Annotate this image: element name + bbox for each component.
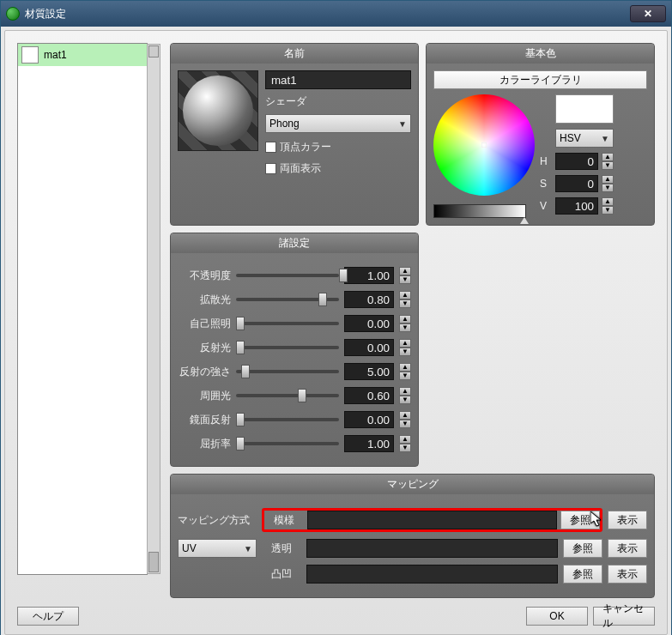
base-color-header: 基本色 <box>427 44 654 64</box>
slider-track[interactable] <box>236 418 339 421</box>
alpha-label: 透明 <box>262 541 301 556</box>
scroll-up-button[interactable] <box>148 45 159 57</box>
slider-knob[interactable] <box>236 437 245 451</box>
slider-track[interactable] <box>236 274 339 277</box>
mapping-method-label: マッピング方式 <box>178 513 257 528</box>
slider-track[interactable] <box>236 442 339 445</box>
slider-row: 鏡面反射▲▼ <box>178 411 411 428</box>
slider-value-input[interactable] <box>344 267 394 284</box>
slider-value-input[interactable] <box>344 291 394 308</box>
checkbox-icon <box>265 142 276 153</box>
slider-value-input[interactable] <box>344 339 394 356</box>
bump-path-input[interactable] <box>306 565 558 584</box>
scroll-thumb[interactable] <box>148 552 159 572</box>
pattern-browse-button[interactable]: 参照 <box>560 511 600 529</box>
misc-settings-panel: 諸設定 不透明度▲▼拡散光▲▼自己照明▲▼反射光▲▼反射の強さ▲▼周囲光▲▼鏡面… <box>170 233 419 467</box>
chevron-down-icon: ▼ <box>398 119 407 129</box>
slider-label: 自己照明 <box>178 317 231 331</box>
slider-spinner[interactable]: ▲▼ <box>399 411 411 428</box>
slider-value-input[interactable] <box>344 315 394 332</box>
pattern-label: 模様 <box>264 513 304 528</box>
alpha-browse-button[interactable]: 参照 <box>563 539 602 558</box>
double-sided-checkbox[interactable]: 両面表示 <box>265 161 411 176</box>
slider-value-input[interactable] <box>344 411 394 428</box>
v-input[interactable] <box>555 197 598 215</box>
slider-label: 屈折率 <box>178 437 231 451</box>
slider-knob[interactable] <box>298 389 306 402</box>
material-name: mat1 <box>44 49 67 61</box>
slider-spinner[interactable]: ▲▼ <box>399 435 411 452</box>
bump-label: 凸凹 <box>262 567 301 582</box>
color-wheel[interactable] <box>433 94 535 196</box>
material-name-input[interactable] <box>265 70 411 89</box>
pattern-path-input[interactable] <box>307 511 557 529</box>
shader-select[interactable]: Phong ▼ <box>265 114 411 133</box>
name-panel: 名前 シェーダ Phong ▼ <box>170 43 419 226</box>
mapping-method-select[interactable]: UV ▼ <box>178 539 257 558</box>
shader-value: Phong <box>269 118 300 130</box>
slider-value-input[interactable] <box>344 387 394 404</box>
ok-button[interactable]: OK <box>526 607 588 626</box>
slider-label: 鏡面反射 <box>178 413 231 427</box>
slider-track[interactable] <box>236 322 339 325</box>
chevron-down-icon: ▼ <box>601 134 609 143</box>
color-picker-mark[interactable] <box>481 142 487 148</box>
alpha-path-input[interactable] <box>306 539 558 558</box>
slider-track[interactable] <box>236 394 339 397</box>
material-settings-window: 材質設定 ✕ mat1 <box>0 0 672 635</box>
cancel-button[interactable]: キャンセル <box>593 607 655 626</box>
slider-knob[interactable] <box>236 341 245 354</box>
material-list[interactable]: mat1 <box>17 43 148 575</box>
slider-knob[interactable] <box>236 317 245 330</box>
alpha-show-button[interactable]: 表示 <box>608 539 647 558</box>
value-gradient[interactable] <box>433 204 526 218</box>
slider-label: 不透明度 <box>178 269 231 283</box>
h-spinner[interactable]: ▲▼ <box>602 153 614 170</box>
material-preview <box>178 70 258 151</box>
help-button[interactable]: ヘルプ <box>17 607 79 626</box>
pattern-row-highlight: 模様 参照 <box>262 508 602 532</box>
v-label: V <box>540 200 552 212</box>
slider-spinner[interactable]: ▲▼ <box>399 267 411 284</box>
misc-settings-header: 諸設定 <box>171 233 418 253</box>
slider-knob[interactable] <box>318 293 327 306</box>
color-library-button[interactable]: カラーライブラリ <box>433 70 647 89</box>
slider-value-input[interactable] <box>344 435 394 452</box>
slider-spinner[interactable]: ▲▼ <box>399 363 411 380</box>
slider-spinner[interactable]: ▲▼ <box>399 315 411 332</box>
s-spinner[interactable]: ▲▼ <box>602 175 614 192</box>
close-button[interactable]: ✕ <box>630 5 666 22</box>
slider-knob[interactable] <box>236 413 245 426</box>
bump-show-button[interactable]: 表示 <box>608 565 647 584</box>
slider-row: 反射光▲▼ <box>178 339 411 356</box>
v-spinner[interactable]: ▲▼ <box>602 197 614 215</box>
slider-value-input[interactable] <box>344 363 394 380</box>
material-list-item[interactable]: mat1 <box>18 44 147 66</box>
slider-track[interactable] <box>236 346 339 349</box>
slider-spinner[interactable]: ▲▼ <box>399 339 411 356</box>
scrollbar[interactable] <box>147 44 160 574</box>
window-title: 材質設定 <box>25 7 630 21</box>
slider-spinner[interactable]: ▲▼ <box>399 291 411 308</box>
slider-knob[interactable] <box>241 365 250 378</box>
slider-row: 屈折率▲▼ <box>178 435 411 452</box>
slider-knob[interactable] <box>339 269 348 282</box>
app-icon <box>6 7 20 21</box>
gradient-handle[interactable] <box>520 217 529 224</box>
h-input[interactable] <box>555 153 598 170</box>
slider-row: 自己照明▲▼ <box>178 315 411 332</box>
slider-track[interactable] <box>236 370 339 373</box>
vertex-color-checkbox[interactable]: 頂点カラー <box>265 140 411 154</box>
material-swatch <box>21 46 39 64</box>
slider-track[interactable] <box>236 298 339 301</box>
s-input[interactable] <box>555 175 598 192</box>
slider-row: 拡散光▲▼ <box>178 291 411 308</box>
chevron-down-icon: ▼ <box>244 544 252 553</box>
bump-browse-button[interactable]: 参照 <box>563 565 602 584</box>
pattern-show-button[interactable]: 表示 <box>608 511 647 529</box>
titlebar[interactable]: 材質設定 ✕ <box>1 1 671 27</box>
h-label: H <box>540 155 552 167</box>
color-mode-select[interactable]: HSV ▼ <box>555 129 614 148</box>
slider-spinner[interactable]: ▲▼ <box>399 387 411 404</box>
slider-label: 反射の強さ <box>178 365 231 379</box>
